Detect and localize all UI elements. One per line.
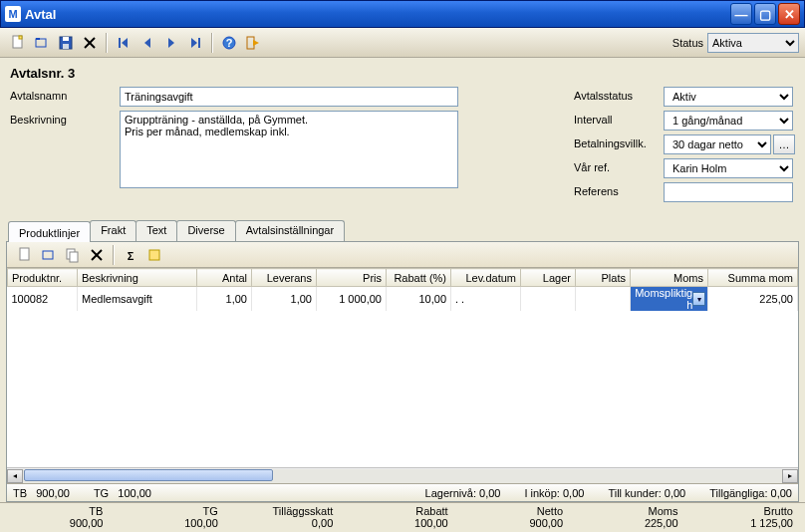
svg-rect-6	[63, 44, 69, 49]
next-icon[interactable]	[162, 34, 180, 52]
delete-icon[interactable]	[81, 34, 99, 52]
svg-marker-13	[191, 38, 197, 48]
status-filter-label: Status	[672, 37, 703, 49]
cell-moms-value: Momspliktig h	[633, 287, 692, 311]
cell-produktnr[interactable]: 100082	[8, 287, 78, 312]
col-beskrivning[interactable]: Beskrivning	[78, 269, 197, 287]
tab-diverse[interactable]: Diverse	[176, 220, 235, 241]
minimize-button[interactable]: —	[730, 3, 752, 25]
app-icon: M	[5, 6, 21, 22]
cell-summa[interactable]: 225,00	[708, 287, 798, 312]
chevron-down-icon[interactable]: ▾	[692, 292, 705, 306]
h-scrollbar[interactable]: ◂ ▸	[7, 467, 798, 483]
maximize-button[interactable]: ▢	[754, 3, 776, 25]
beskrivning-textarea[interactable]: Gruppträning - anställda, på Gymmet. Pri…	[120, 111, 458, 188]
svg-rect-22	[70, 252, 78, 262]
open-icon[interactable]	[33, 34, 51, 52]
avtalsnamn-input[interactable]	[120, 87, 458, 107]
col-summa[interactable]: Summa mom	[708, 269, 798, 287]
betalningsvillk-select[interactable]: 30 dagar netto	[664, 134, 771, 154]
status-filter-select[interactable]: Aktiva	[707, 33, 799, 53]
grid-sum-icon[interactable]: Σ	[122, 246, 139, 264]
grid-copy-icon[interactable]	[64, 246, 82, 264]
col-rabatt[interactable]: Rabatt (%)	[387, 269, 451, 287]
tillgangliga: Tillgängliga: 0,00	[709, 487, 792, 499]
cell-moms[interactable]: Momspliktig h ▾	[631, 287, 708, 312]
close-button[interactable]: ✕	[778, 3, 800, 25]
scroll-left-icon[interactable]: ◂	[7, 469, 23, 483]
tg-value: 100,00	[118, 487, 151, 499]
tab-produktlinjer[interactable]: Produktlinjer	[8, 221, 91, 242]
grid-statusbar: TB 900,00 TG 100,00 Lagernivå: 0,00 I in…	[7, 483, 798, 501]
grid-open-icon[interactable]	[40, 246, 58, 264]
total-rabatt-label: Rabatt	[357, 505, 447, 517]
grid-delete-icon[interactable]	[88, 246, 106, 264]
referens-label: Referens	[574, 182, 664, 197]
total-netto-label: Netto	[472, 505, 563, 517]
inkop: I inköp: 0,00	[524, 487, 584, 499]
svg-rect-3	[36, 38, 40, 40]
total-moms-value: 225,00	[587, 517, 677, 529]
scroll-thumb[interactable]	[24, 469, 273, 481]
cell-levdatum[interactable]: . .	[451, 287, 521, 312]
grid-action-icon[interactable]	[145, 246, 163, 264]
tb-value: 900,00	[36, 487, 70, 499]
tab-text[interactable]: Text	[135, 220, 177, 241]
product-grid[interactable]: Produktnr. Beskrivning Antal Leverans Pr…	[7, 268, 798, 311]
cell-pris[interactable]: 1 000,00	[317, 287, 387, 312]
svg-rect-5	[63, 37, 69, 41]
cell-antal[interactable]: 1,00	[197, 287, 252, 312]
tb-label: TB	[13, 487, 27, 499]
col-lager[interactable]: Lager	[521, 269, 576, 287]
total-tillaggsskatt-label: Tilläggsskatt	[242, 505, 333, 517]
tab-frakt[interactable]: Frakt	[90, 220, 136, 241]
new-icon[interactable]	[9, 34, 27, 52]
tab-panel: Σ Produktnr. Beskrivning Antal Leverans …	[6, 241, 799, 502]
help-icon[interactable]: ?	[220, 34, 238, 52]
last-icon[interactable]	[186, 34, 204, 52]
total-tillaggsskatt-value: 0,00	[242, 517, 333, 529]
totals-bar: TB900,00 TG100,00 Tilläggsskatt0,00 Raba…	[0, 502, 805, 532]
cell-plats[interactable]	[576, 287, 631, 312]
referens-input[interactable]	[664, 182, 793, 202]
first-icon[interactable]	[115, 34, 133, 52]
tillkunder: Till kunder: 0,00	[608, 487, 685, 499]
prev-icon[interactable]	[138, 34, 156, 52]
col-moms[interactable]: Moms	[631, 269, 708, 287]
col-produktnr[interactable]: Produktnr.	[8, 269, 78, 287]
avtalsstatus-select[interactable]: Aktiv	[664, 87, 793, 107]
svg-rect-20	[43, 251, 53, 259]
avtalsnr-heading: Avtalsnr. 3	[10, 66, 795, 81]
intervall-label: Intervall	[574, 111, 664, 126]
save-icon[interactable]	[57, 34, 75, 52]
total-tg-value: 100,00	[127, 517, 217, 529]
total-brutto-value: 1 125,00	[702, 517, 793, 529]
col-pris[interactable]: Pris	[317, 269, 387, 287]
total-rabatt-value: 100,00	[357, 517, 447, 529]
svg-rect-17	[247, 37, 254, 49]
total-tg-label: TG	[127, 505, 217, 517]
var-ref-select[interactable]: Karin Holm	[664, 158, 793, 178]
svg-rect-1	[19, 36, 22, 39]
cell-beskrivning[interactable]: Medlemsavgift	[78, 287, 197, 312]
scroll-track[interactable]	[23, 469, 782, 483]
betalningsvillk-more-button[interactable]: …	[773, 134, 795, 154]
total-netto-value: 900,00	[472, 517, 563, 529]
cell-leverans[interactable]: 1,00	[252, 287, 317, 312]
cell-lager[interactable]	[521, 287, 576, 312]
intervall-select[interactable]: 1 gång/månad	[664, 111, 793, 131]
svg-rect-26	[149, 250, 159, 260]
cell-rabatt[interactable]: 10,00	[387, 287, 451, 312]
scroll-right-icon[interactable]: ▸	[782, 469, 798, 483]
exit-icon[interactable]	[244, 34, 262, 52]
table-row[interactable]: 100082 Medlemsavgift 1,00 1,00 1 000,00 …	[8, 287, 798, 312]
tab-avtalsinstallningar[interactable]: Avtalsinställningar	[235, 220, 345, 241]
col-antal[interactable]: Antal	[197, 269, 252, 287]
col-plats[interactable]: Plats	[576, 269, 631, 287]
col-leverans[interactable]: Leverans	[252, 269, 317, 287]
grid-new-icon[interactable]	[16, 246, 34, 264]
avtalsnamn-label: Avtalsnamn	[10, 87, 120, 102]
svg-text:Σ: Σ	[128, 250, 134, 262]
col-levdatum[interactable]: Lev.datum	[451, 269, 521, 287]
var-ref-label: Vår ref.	[574, 158, 664, 173]
